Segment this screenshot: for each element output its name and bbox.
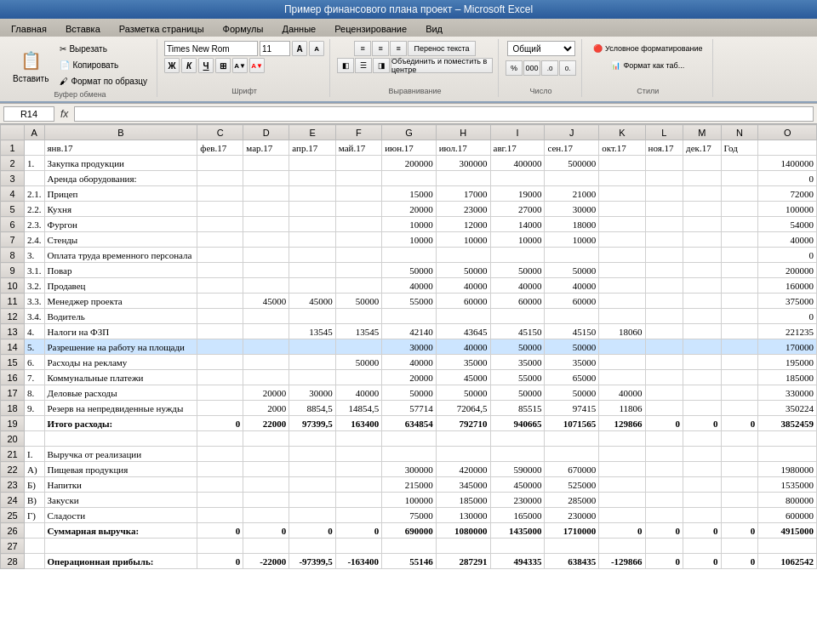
cell-r24-b[interactable]: Закуски xyxy=(44,493,197,508)
cell-r16-a[interactable]: 7. xyxy=(25,370,45,385)
cell-r6-n[interactable] xyxy=(721,217,758,232)
cell-r4-k[interactable] xyxy=(599,186,645,202)
cell-r25-d[interactable] xyxy=(243,508,289,523)
cell-r25-f[interactable] xyxy=(335,508,381,523)
cell-r5-d[interactable] xyxy=(243,202,289,217)
col-header-a[interactable]: A xyxy=(25,125,45,140)
cell-r2-a[interactable]: 1. xyxy=(25,156,45,171)
cell-r13-j[interactable]: 45150 xyxy=(545,324,599,339)
cell-r13-k[interactable]: 18060 xyxy=(599,324,645,339)
cell-r17-l[interactable] xyxy=(645,385,683,401)
row-header-27[interactable]: 27 xyxy=(1,539,25,554)
cell-r7-c[interactable] xyxy=(197,232,243,248)
cell-r16-m[interactable] xyxy=(683,370,722,385)
cell-r20-e[interactable] xyxy=(289,431,335,447)
cell-r11-j[interactable]: 60000 xyxy=(545,294,599,309)
decrease-decimal-button[interactable]: 0. xyxy=(559,60,576,76)
cell-r1-o[interactable] xyxy=(758,140,817,156)
cell-r23-e[interactable] xyxy=(289,477,335,493)
cell-r5-m[interactable] xyxy=(683,202,722,217)
cell-r22-a[interactable]: А) xyxy=(25,462,45,477)
col-header-d[interactable]: D xyxy=(243,125,289,140)
cell-r22-g[interactable]: 300000 xyxy=(382,462,437,477)
cell-r24-a[interactable]: В) xyxy=(25,493,45,508)
cell-r17-b[interactable]: Деловые расходы xyxy=(44,385,197,401)
cell-r18-i[interactable]: 85515 xyxy=(490,401,545,416)
cell-r23-f[interactable] xyxy=(335,477,381,493)
cell-r17-i[interactable]: 50000 xyxy=(490,385,545,401)
cell-r2-d[interactable] xyxy=(243,156,289,171)
cell-r4-a[interactable]: 2.1. xyxy=(25,186,45,202)
cell-r20-k[interactable] xyxy=(599,431,645,447)
cell-r5-g[interactable]: 20000 xyxy=(382,202,437,217)
cell-r13-m[interactable] xyxy=(683,324,722,339)
cell-r4-j[interactable]: 21000 xyxy=(545,186,599,202)
cell-r3-a[interactable] xyxy=(25,171,45,186)
cell-r20-d[interactable] xyxy=(243,431,289,447)
cell-r12-f[interactable] xyxy=(335,309,381,324)
cut-button[interactable]: ✂ Вырезать xyxy=(55,41,151,56)
cell-r12-c[interactable] xyxy=(197,309,243,324)
cell-r9-n[interactable] xyxy=(721,263,758,278)
cell-r11-d[interactable]: 45000 xyxy=(243,294,289,309)
cell-r9-j[interactable]: 50000 xyxy=(545,263,599,278)
cell-r4-n[interactable] xyxy=(721,186,758,202)
cell-r14-m[interactable] xyxy=(683,339,722,355)
cell-r2-g[interactable]: 200000 xyxy=(382,156,437,171)
cell-r22-l[interactable] xyxy=(645,462,683,477)
row-header-20[interactable]: 20 xyxy=(1,431,25,447)
cell-r21-h[interactable] xyxy=(436,447,490,462)
cell-r5-n[interactable] xyxy=(721,202,758,217)
cell-r13-g[interactable]: 42140 xyxy=(382,324,437,339)
cell-r27-m[interactable] xyxy=(683,539,722,554)
cell-r20-i[interactable] xyxy=(490,431,545,447)
cell-r14-d[interactable] xyxy=(243,339,289,355)
cell-r26-i[interactable]: 1435000 xyxy=(490,523,545,539)
cell-r16-o[interactable]: 185000 xyxy=(758,370,817,385)
row-header-22[interactable]: 22 xyxy=(1,462,25,477)
cell-r15-n[interactable] xyxy=(721,355,758,370)
bold-button[interactable]: Ж xyxy=(164,58,180,73)
cell-r18-b[interactable]: Резерв на непредвиденные нужды xyxy=(44,401,197,416)
cell-r28-k[interactable]: -129866 xyxy=(599,554,645,569)
cell-r11-i[interactable]: 60000 xyxy=(490,294,545,309)
cell-r26-l[interactable]: 0 xyxy=(645,523,683,539)
cell-r6-l[interactable] xyxy=(645,217,683,232)
cell-r22-c[interactable] xyxy=(197,462,243,477)
cell-r7-n[interactable] xyxy=(721,232,758,248)
cell-r5-k[interactable] xyxy=(599,202,645,217)
cell-r13-f[interactable]: 13545 xyxy=(335,324,381,339)
cell-r9-d[interactable] xyxy=(243,263,289,278)
cell-r21-n[interactable] xyxy=(721,447,758,462)
cell-r12-h[interactable] xyxy=(436,309,490,324)
cell-r27-d[interactable] xyxy=(243,539,289,554)
cell-r6-m[interactable] xyxy=(683,217,722,232)
cell-r8-k[interactable] xyxy=(599,248,645,263)
cell-r12-a[interactable]: 3.4. xyxy=(25,309,45,324)
cell-r6-h[interactable]: 12000 xyxy=(436,217,490,232)
cell-r16-j[interactable]: 65000 xyxy=(545,370,599,385)
cell-r18-n[interactable] xyxy=(721,401,758,416)
cell-r24-d[interactable] xyxy=(243,493,289,508)
cell-r15-h[interactable]: 35000 xyxy=(436,355,490,370)
row-header-5[interactable]: 5 xyxy=(1,202,25,217)
cell-r4-c[interactable] xyxy=(197,186,243,202)
cell-r1-n[interactable]: Год xyxy=(721,140,758,156)
cell-r2-h[interactable]: 300000 xyxy=(436,156,490,171)
cell-r23-c[interactable] xyxy=(197,477,243,493)
cell-r19-l[interactable]: 0 xyxy=(645,416,683,431)
cell-r17-c[interactable] xyxy=(197,385,243,401)
cell-r2-o[interactable]: 1400000 xyxy=(758,156,817,171)
cell-r11-m[interactable] xyxy=(683,294,722,309)
row-header-14[interactable]: 14 xyxy=(1,339,25,355)
cell-r4-e[interactable] xyxy=(289,186,335,202)
cell-r4-m[interactable] xyxy=(683,186,722,202)
row-header-15[interactable]: 15 xyxy=(1,355,25,370)
cell-r4-b[interactable]: Прицеп xyxy=(44,186,197,202)
row-header-7[interactable]: 7 xyxy=(1,232,25,248)
cell-r16-l[interactable] xyxy=(645,370,683,385)
cell-r21-l[interactable] xyxy=(645,447,683,462)
cell-r2-c[interactable] xyxy=(197,156,243,171)
cell-r28-n[interactable]: 0 xyxy=(721,554,758,569)
cell-r3-j[interactable] xyxy=(545,171,599,186)
